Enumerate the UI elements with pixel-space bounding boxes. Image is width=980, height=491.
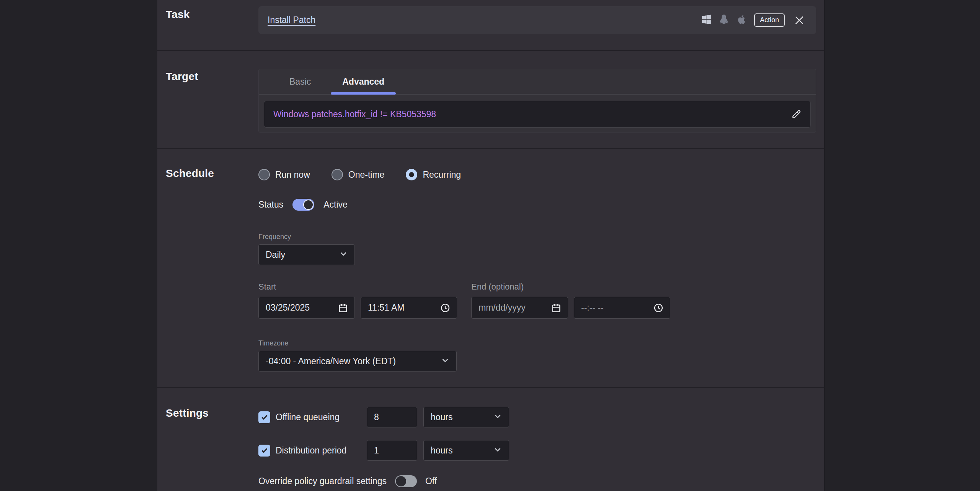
task-section-heading: Task xyxy=(166,8,190,21)
close-icon[interactable] xyxy=(792,13,806,27)
section-divider xyxy=(157,387,824,388)
radio-recurring[interactable]: Recurring xyxy=(406,169,461,180)
chevron-down-icon xyxy=(440,355,450,367)
form-panel: Task Install Patch Action Target xyxy=(157,0,825,491)
offline-queueing-unit-select[interactable]: hours xyxy=(423,407,509,427)
end-date-input[interactable]: mm/dd/yyyy xyxy=(471,297,568,319)
timezone-select[interactable]: -04:00 - America/New York (EDT) xyxy=(258,351,457,372)
chevron-down-icon xyxy=(493,411,503,423)
tab-advanced[interactable]: Advanced xyxy=(331,77,396,94)
distribution-period-value-input[interactable]: 1 xyxy=(367,440,417,461)
end-label: End (optional) xyxy=(471,282,524,292)
status-value: Active xyxy=(323,200,348,210)
tab-basic[interactable]: Basic xyxy=(278,77,322,94)
radio-circle[interactable] xyxy=(332,169,343,180)
override-guardrail-state: Off xyxy=(425,476,437,486)
target-card: Basic Advanced Windows patches.hotfix_id… xyxy=(258,69,816,133)
clock-icon[interactable] xyxy=(653,303,664,313)
radio-label: Recurring xyxy=(423,170,461,180)
radio-circle[interactable] xyxy=(258,169,270,180)
settings-section-heading: Settings xyxy=(166,407,209,419)
timezone-label: Timezone xyxy=(258,339,288,347)
start-date-input[interactable]: 03/25/2025 xyxy=(258,297,355,319)
platform-icons xyxy=(701,14,747,27)
frequency-value: Daily xyxy=(266,250,338,260)
radio-label: One-time xyxy=(348,170,385,180)
status-row: Status Active xyxy=(258,198,348,211)
distribution-period-unit: hours xyxy=(431,445,493,456)
end-date-placeholder: mm/dd/yyyy xyxy=(479,303,551,313)
toggle-knob xyxy=(303,200,314,210)
override-guardrail-toggle[interactable] xyxy=(395,475,417,487)
toggle-knob xyxy=(396,476,406,486)
calendar-icon[interactable] xyxy=(338,303,348,313)
override-guardrail-label: Override policy guardrail settings xyxy=(258,476,387,486)
section-divider xyxy=(157,148,824,149)
schedule-section-heading: Schedule xyxy=(166,167,214,180)
edit-pencil-icon[interactable] xyxy=(790,108,803,121)
calendar-icon[interactable] xyxy=(551,303,562,313)
action-type-badge: Action xyxy=(754,13,785,27)
offline-queueing-value-input[interactable]: 8 xyxy=(367,407,417,427)
start-time-value: 11:51 AM xyxy=(368,303,440,313)
target-tab-bar: Basic Advanced xyxy=(259,69,816,95)
linux-icon xyxy=(718,14,730,27)
radio-run-now[interactable]: Run now xyxy=(258,169,310,180)
start-label: Start xyxy=(258,282,276,292)
offline-queueing-unit: hours xyxy=(431,412,493,422)
task-card: Install Patch Action xyxy=(258,6,816,34)
override-guardrail-row: Override policy guardrail settings Off xyxy=(258,475,437,487)
schedule-type-radio-group: Run now One-time Recurring xyxy=(258,169,461,181)
distribution-period-row: Distribution period xyxy=(258,440,346,461)
frequency-select[interactable]: Daily xyxy=(258,244,355,265)
radio-one-time[interactable]: One-time xyxy=(332,169,385,180)
target-query-text: Windows patches.hotfix_id != KB5053598 xyxy=(273,109,790,119)
apple-icon xyxy=(736,14,747,27)
chevron-down-icon xyxy=(338,249,348,260)
check-icon xyxy=(260,446,269,455)
distribution-period-label: Distribution period xyxy=(276,445,346,456)
end-time-input[interactable]: --:-- -- xyxy=(574,297,670,319)
status-toggle[interactable] xyxy=(292,199,314,211)
offline-queueing-checkbox[interactable] xyxy=(258,411,270,423)
timezone-value: -04:00 - America/New York (EDT) xyxy=(266,356,440,367)
distribution-period-unit-select[interactable]: hours xyxy=(423,440,509,461)
distribution-period-checkbox[interactable] xyxy=(258,445,270,457)
target-query-field[interactable]: Windows patches.hotfix_id != KB5053598 xyxy=(264,101,811,128)
start-date-value: 03/25/2025 xyxy=(266,303,338,313)
check-icon xyxy=(260,413,269,421)
radio-circle-selected[interactable] xyxy=(406,169,417,180)
radio-label: Run now xyxy=(275,170,310,180)
page-background: Task Install Patch Action Target xyxy=(0,0,980,491)
target-section-heading: Target xyxy=(166,70,198,83)
chevron-down-icon xyxy=(493,445,503,456)
clock-icon[interactable] xyxy=(440,303,451,313)
distribution-period-value: 1 xyxy=(374,445,411,456)
frequency-label: Frequency xyxy=(258,233,291,241)
windows-icon xyxy=(701,14,712,27)
start-time-input[interactable]: 11:51 AM xyxy=(361,297,457,319)
offline-queueing-row: Offline queueing xyxy=(258,407,340,427)
end-time-placeholder: --:-- -- xyxy=(581,303,653,313)
status-label: Status xyxy=(258,200,283,210)
offline-queueing-label: Offline queueing xyxy=(276,412,340,422)
section-divider xyxy=(157,50,824,51)
offline-queueing-value: 8 xyxy=(374,412,411,422)
task-name-link[interactable]: Install Patch xyxy=(268,15,315,25)
